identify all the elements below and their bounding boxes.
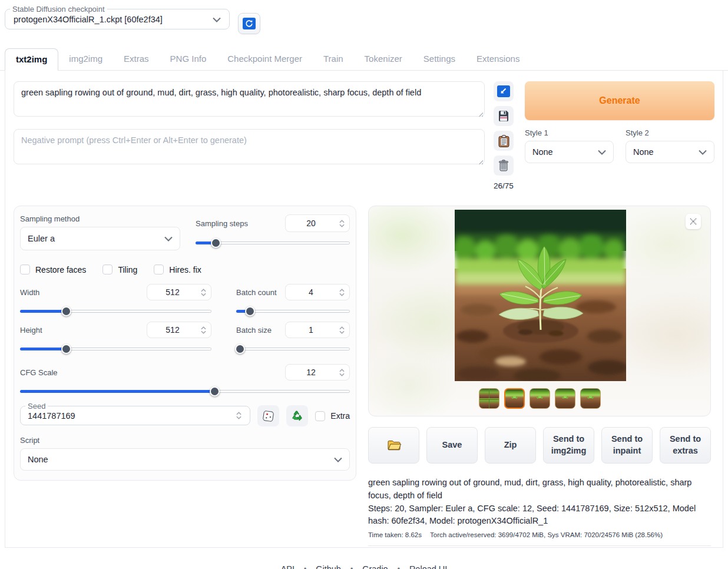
thumbnail-grid[interactable] — [479, 388, 499, 409]
cfg-scale-spinner[interactable] — [336, 369, 349, 376]
footer-link-reload-ui[interactable]: Reload UI — [409, 564, 447, 569]
batch-count-input[interactable]: 4 — [285, 284, 350, 300]
footer-link-github[interactable]: Github — [316, 564, 341, 569]
generate-column: Generate Style 1 None Style 2 None — [525, 81, 714, 163]
slider-thumb[interactable] — [61, 306, 71, 316]
prompt-tools-column: 26/75 — [493, 81, 514, 190]
thumbnail[interactable] — [555, 388, 575, 409]
spinner-down-icon — [339, 224, 345, 227]
checkbox-box[interactable] — [154, 264, 164, 274]
spinner-up-icon — [339, 220, 345, 223]
generated-image[interactable] — [455, 210, 626, 381]
send-to-extras-button[interactable]: Send to extras — [660, 427, 711, 464]
paste-params-button[interactable] — [494, 81, 514, 101]
vram-text: Torch active/reserved: 3699/4702 MiB, Sy… — [430, 531, 663, 538]
thumbnail[interactable] — [580, 388, 601, 409]
hires-fix-checkbox[interactable]: Hires. fix — [154, 264, 201, 274]
checkpoint-label: Stable Diffusion checkpoint — [10, 5, 107, 14]
prompt-input[interactable]: green sapling rowing out of ground, mud,… — [14, 81, 485, 117]
thumbnail[interactable] — [530, 388, 550, 409]
send-to-inpaint-button[interactable]: Send to inpaint — [601, 427, 653, 464]
script-label: Script — [20, 436, 350, 445]
cfg-scale-input[interactable]: 12 — [285, 364, 350, 381]
batch-size-input[interactable]: 1 — [285, 322, 350, 338]
cfg-scale-slider[interactable] — [20, 386, 350, 396]
batch-size-slider[interactable] — [236, 344, 350, 353]
height-value: 512 — [147, 325, 198, 335]
width-slider[interactable] — [20, 306, 211, 316]
width-input[interactable]: 512 — [147, 284, 211, 300]
thumbnail-selected[interactable] — [504, 388, 525, 409]
seed-label: Seed — [25, 402, 48, 411]
slider-thumb[interactable] — [210, 386, 220, 396]
tiling-checkbox[interactable]: Tiling — [102, 264, 137, 274]
negative-prompt-input[interactable] — [14, 129, 485, 164]
close-gallery-button[interactable] — [686, 214, 701, 229]
tab-settings[interactable]: Settings — [413, 48, 466, 70]
slider-thumb[interactable] — [235, 344, 245, 354]
slider-thumb[interactable] — [61, 344, 71, 354]
footer-link-gradio[interactable]: Gradio — [362, 564, 388, 569]
sampling-steps-label: Sampling steps — [196, 219, 248, 228]
footer-link-api[interactable]: API — [281, 564, 294, 569]
width-value: 512 — [147, 287, 198, 297]
extra-seed-checkbox[interactable]: Extra — [315, 411, 350, 421]
apply-style-button[interactable] — [494, 131, 514, 151]
slider-thumb[interactable] — [245, 306, 255, 316]
seed-spinner[interactable] — [233, 412, 246, 419]
checkpoint-dropdown[interactable]: Stable Diffusion checkpoint protogenX34O… — [5, 5, 230, 29]
checkpoint-row: Stable Diffusion checkpoint protogenX34O… — [0, 5, 728, 34]
batch-count-value: 4 — [286, 287, 336, 297]
spinner-up-icon — [339, 369, 345, 372]
dot-separator: • — [350, 565, 353, 569]
send-to-img2img-button[interactable]: Send to img2img — [543, 427, 594, 464]
sampling-method-dropdown[interactable]: Euler a — [20, 227, 180, 250]
height-slider[interactable] — [20, 344, 211, 353]
close-icon — [690, 218, 697, 225]
save-style-button[interactable] — [494, 106, 514, 126]
refresh-checkpoints-button[interactable] — [238, 13, 260, 34]
reuse-seed-button[interactable] — [286, 405, 308, 426]
sampling-steps-spinner[interactable] — [336, 220, 349, 227]
tab-tokenizer[interactable]: Tokenizer — [354, 48, 413, 70]
batch-count-slider[interactable] — [236, 306, 350, 316]
style1-dropdown[interactable]: None — [525, 141, 614, 163]
tab-extensions[interactable]: Extensions — [466, 48, 530, 70]
height-input[interactable]: 512 — [147, 322, 211, 338]
tab-train[interactable]: Train — [313, 48, 354, 70]
checkbox-box[interactable] — [315, 411, 325, 421]
spinner-down-icon — [201, 330, 206, 334]
image-actions: Save Zip Send to img2img Send to inpaint… — [368, 427, 711, 464]
generate-button[interactable]: Generate — [525, 81, 714, 120]
tab-checkpoint-merger[interactable]: Checkpoint Merger — [217, 48, 313, 70]
sampling-steps-slider[interactable] — [196, 238, 350, 247]
width-spinner[interactable] — [198, 289, 211, 296]
save-button[interactable]: Save — [426, 427, 478, 464]
txt2img-panel: green sapling rowing out of ground, mud,… — [5, 71, 723, 548]
height-spinner[interactable] — [198, 326, 211, 334]
tab-txt2img[interactable]: txt2img — [5, 48, 58, 71]
cfg-scale-value: 12 — [286, 368, 336, 377]
refresh-icon — [243, 18, 256, 29]
clear-prompt-button[interactable] — [494, 156, 514, 176]
batch-size-spinner[interactable] — [336, 326, 349, 334]
sampling-steps-input[interactable]: 20 — [285, 214, 350, 232]
tab-extras[interactable]: Extras — [113, 48, 160, 70]
checkbox-box[interactable] — [102, 264, 112, 274]
restore-faces-checkbox[interactable]: Restore faces — [20, 264, 86, 274]
script-dropdown[interactable]: None — [20, 448, 350, 471]
random-seed-button[interactable] — [257, 405, 279, 426]
style2-value: None — [633, 147, 654, 157]
batch-count-spinner[interactable] — [336, 289, 349, 296]
zip-button[interactable]: Zip — [485, 427, 536, 464]
seed-input[interactable] — [28, 411, 233, 421]
restore-faces-label: Restore faces — [35, 265, 86, 274]
slider-thumb[interactable] — [211, 238, 221, 248]
spinner-down-icon — [339, 373, 345, 376]
open-folder-button[interactable] — [368, 427, 419, 464]
tab-png-info[interactable]: PNG Info — [160, 48, 217, 70]
checkbox-box[interactable] — [20, 264, 30, 274]
negative-prompt-wrap — [14, 129, 485, 166]
style2-dropdown[interactable]: None — [626, 141, 714, 163]
tab-img2img[interactable]: img2img — [58, 48, 113, 70]
